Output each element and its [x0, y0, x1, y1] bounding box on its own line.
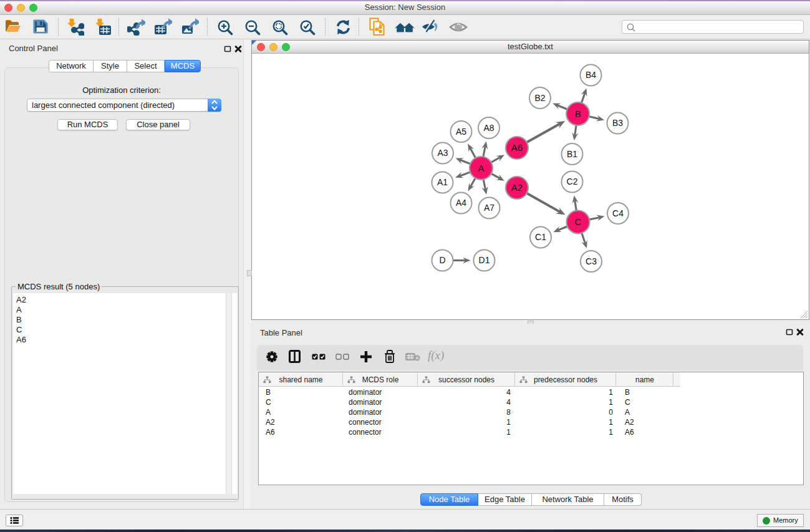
svg-text:D1: D1 [479, 255, 490, 265]
svg-text:A5: A5 [456, 127, 466, 137]
svg-text:B2: B2 [534, 93, 545, 103]
svg-text:C3: C3 [586, 256, 597, 266]
svg-text:D: D [439, 255, 445, 265]
svg-text:A2: A2 [511, 182, 523, 193]
svg-text:B3: B3 [612, 118, 623, 128]
svg-text:A1: A1 [437, 177, 448, 187]
svg-text:C2: C2 [567, 177, 578, 186]
svg-text:B1: B1 [567, 149, 577, 159]
svg-text:A7: A7 [484, 203, 494, 213]
svg-text:C4: C4 [612, 208, 624, 218]
svg-text:A4: A4 [456, 198, 466, 208]
svg-text:C: C [575, 216, 582, 227]
svg-text:A6: A6 [511, 142, 523, 153]
svg-text:A8: A8 [483, 123, 494, 133]
svg-text:A: A [478, 163, 484, 173]
svg-text:C1: C1 [535, 232, 546, 242]
svg-text:B4: B4 [586, 70, 596, 80]
svg-text:B: B [575, 109, 581, 119]
svg-text:A3: A3 [437, 148, 448, 158]
